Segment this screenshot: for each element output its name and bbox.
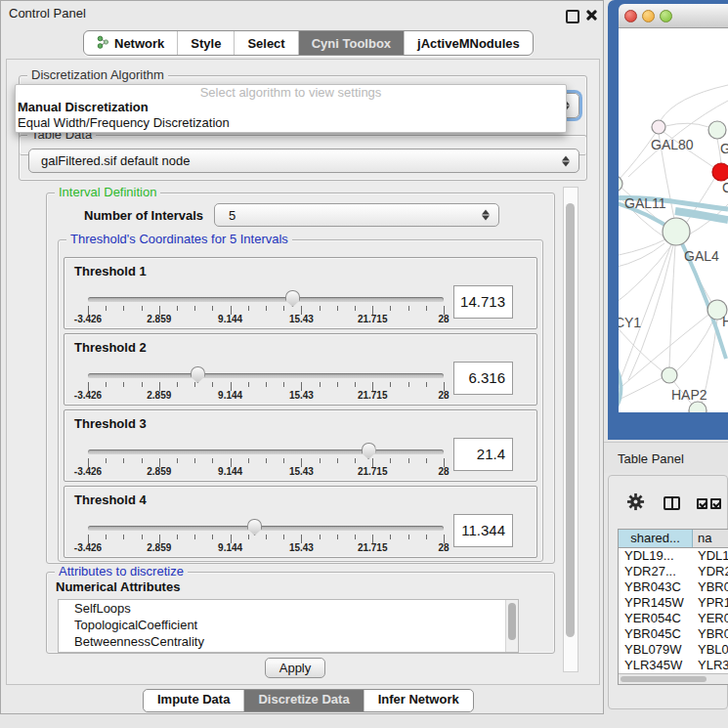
cell-name[interactable]: YER0 bbox=[693, 611, 728, 626]
panel-vertical-scrollbar[interactable] bbox=[563, 187, 578, 672]
network-node-selected[interactable] bbox=[712, 163, 728, 181]
network-node-gal11[interactable] bbox=[619, 176, 622, 192]
tab-select[interactable]: Select bbox=[235, 31, 298, 55]
slider-thumb[interactable] bbox=[285, 290, 300, 307]
cell-name[interactable]: YDR2 bbox=[693, 564, 728, 579]
dropdown-option-equal-width[interactable]: Equal Width/Frequency Discretization bbox=[16, 115, 566, 131]
cell-name[interactable]: YBR0 bbox=[693, 626, 728, 642]
node-label-gcy1: GCY1 bbox=[619, 315, 641, 330]
network-window-titlebar[interactable] bbox=[619, 4, 728, 28]
table-row[interactable]: YER054CYER0 bbox=[619, 611, 728, 626]
tab-infer-network[interactable]: Infer Network bbox=[364, 690, 473, 711]
minimize-traffic-light[interactable] bbox=[642, 10, 655, 22]
network-node-hap2[interactable] bbox=[662, 367, 677, 383]
table-row[interactable]: YBR045CYBR0 bbox=[619, 626, 728, 642]
column-header-name[interactable]: na bbox=[693, 530, 728, 547]
tab-discretize-data[interactable]: Discretize Data bbox=[244, 690, 364, 711]
tab-label: Style bbox=[191, 36, 221, 51]
close-icon[interactable] bbox=[585, 9, 598, 21]
network-node[interactable] bbox=[708, 121, 726, 139]
table-row[interactable]: YBR043CYBR0 bbox=[619, 579, 728, 595]
tab-network[interactable]: Network bbox=[84, 31, 178, 55]
slider-thumb[interactable] bbox=[191, 366, 205, 383]
cell-shared-name[interactable]: YER054C bbox=[619, 611, 693, 626]
network-canvas[interactable]: GAL80 GA C GAL11 GAL4 GCY1 H HAP2 bbox=[619, 28, 728, 412]
table-row[interactable]: YLR345WYLR3 bbox=[619, 658, 728, 673]
slider-thumb[interactable] bbox=[247, 519, 262, 535]
number-of-intervals-combobox[interactable]: 5 bbox=[214, 203, 499, 227]
cell-shared-name[interactable]: YDL19... bbox=[619, 548, 693, 564]
slider-scale-label: 21.715 bbox=[358, 542, 388, 553]
threshold-label: Threshold 2 bbox=[74, 340, 147, 355]
slider-scale: -3.4262.8599.14415.4321.71528 bbox=[88, 466, 444, 478]
gear-icon[interactable] bbox=[626, 492, 645, 515]
table-row[interactable]: YDL19...YDL1 bbox=[619, 548, 728, 564]
cell-shared-name[interactable]: YBL079W bbox=[619, 642, 693, 658]
slider-thumb[interactable] bbox=[362, 443, 376, 459]
cell-shared-name[interactable]: YBR043C bbox=[619, 579, 693, 595]
list-item[interactable]: SelfLoops bbox=[59, 600, 518, 617]
table-row[interactable]: YBL079WYBL0 bbox=[619, 642, 728, 658]
threshold-slider[interactable] bbox=[88, 297, 444, 302]
tab-impute-data[interactable]: Impute Data bbox=[144, 690, 244, 711]
number-of-intervals-value: 5 bbox=[229, 204, 236, 227]
tab-cyni-toolbox[interactable]: Cyni Toolbox bbox=[299, 31, 405, 55]
threshold-value-field[interactable]: 21.4 bbox=[453, 438, 513, 471]
checkbox-icon[interactable] bbox=[710, 498, 721, 509]
network-node-gal80[interactable] bbox=[652, 120, 665, 134]
window-title: Control Panel bbox=[9, 6, 86, 21]
list-item[interactable]: TopologicalCoefficient bbox=[59, 617, 518, 633]
table-row[interactable]: YPR145WYPR1 bbox=[619, 595, 728, 611]
list-item[interactable]: BetweennessCentrality bbox=[59, 633, 518, 650]
close-traffic-light[interactable] bbox=[624, 10, 637, 22]
tab-jactivemnodules[interactable]: jActiveMNodules bbox=[405, 31, 533, 55]
node-label-cut: H bbox=[722, 314, 728, 329]
top-tabbar: Network Style Select Cyni Toolbox jActiv… bbox=[83, 30, 534, 56]
table-data-combobox[interactable]: galFiltered.sif default node bbox=[28, 149, 579, 173]
column-header-shared-name[interactable]: shared... bbox=[619, 530, 693, 547]
threshold-value-field[interactable]: 6.316 bbox=[453, 362, 513, 395]
table-row[interactable]: YDR27...YDR2 bbox=[619, 564, 728, 579]
threshold-label: Threshold 3 bbox=[74, 416, 147, 431]
table-horizontal-scrollbar[interactable] bbox=[619, 673, 728, 684]
cell-shared-name[interactable]: YBR045C bbox=[619, 626, 693, 642]
cell-name[interactable]: YLR3 bbox=[693, 658, 728, 673]
columns-icon[interactable] bbox=[664, 496, 680, 510]
network-node-gal4[interactable] bbox=[663, 218, 690, 245]
slider-scale-label: 9.144 bbox=[218, 314, 242, 324]
threshold-value-field[interactable]: 14.713 bbox=[453, 285, 513, 319]
node-label-cut: GA bbox=[720, 141, 728, 156]
float-window-icon[interactable] bbox=[566, 10, 579, 23]
cell-name[interactable]: YBR0 bbox=[693, 579, 728, 595]
slider-scale-label: 2.859 bbox=[147, 390, 171, 401]
scrollbar-thumb[interactable] bbox=[621, 676, 707, 682]
scrollbar-thumb[interactable] bbox=[508, 603, 516, 640]
apply-button[interactable]: Apply bbox=[265, 658, 325, 678]
dropdown-option-manual[interactable]: Manual Discretization bbox=[16, 100, 566, 115]
slider-scale-label: 21.715 bbox=[358, 390, 388, 401]
slider-scale: -3.4262.8599.14415.4321.71528 bbox=[88, 390, 444, 402]
tab-label: Network bbox=[114, 36, 164, 51]
cell-name[interactable]: YDL1 bbox=[693, 548, 728, 564]
cell-shared-name[interactable]: YPR145W bbox=[619, 595, 693, 611]
attributes-group-label: Attributes to discretize bbox=[55, 564, 188, 579]
node-label-cut: C bbox=[722, 180, 728, 195]
maximize-traffic-light[interactable] bbox=[660, 10, 672, 22]
table-panel-title: Table Panel bbox=[618, 451, 684, 466]
threshold-label: Threshold 4 bbox=[74, 492, 147, 507]
cell-name[interactable]: YPR1 bbox=[693, 595, 728, 611]
cell-name[interactable]: YBL0 bbox=[693, 642, 728, 658]
cell-shared-name[interactable]: YLR345W bbox=[619, 658, 693, 673]
checkbox-icon[interactable] bbox=[697, 498, 707, 509]
threshold-value-field[interactable]: 11.344 bbox=[453, 514, 513, 547]
threshold-slider[interactable] bbox=[88, 373, 444, 378]
algorithm-group-label: Discretization Algorithm bbox=[27, 67, 168, 83]
scrollbar-thumb[interactable] bbox=[566, 203, 575, 637]
list-scrollbar[interactable] bbox=[505, 600, 518, 652]
table-panel-header: Table Panel bbox=[604, 442, 728, 473]
number-of-intervals-label: Number of Intervals bbox=[84, 208, 203, 223]
threshold-slider[interactable] bbox=[88, 526, 444, 531]
tab-style[interactable]: Style bbox=[178, 31, 235, 55]
threshold-slider[interactable] bbox=[88, 450, 444, 454]
cell-shared-name[interactable]: YDR27... bbox=[619, 564, 693, 579]
